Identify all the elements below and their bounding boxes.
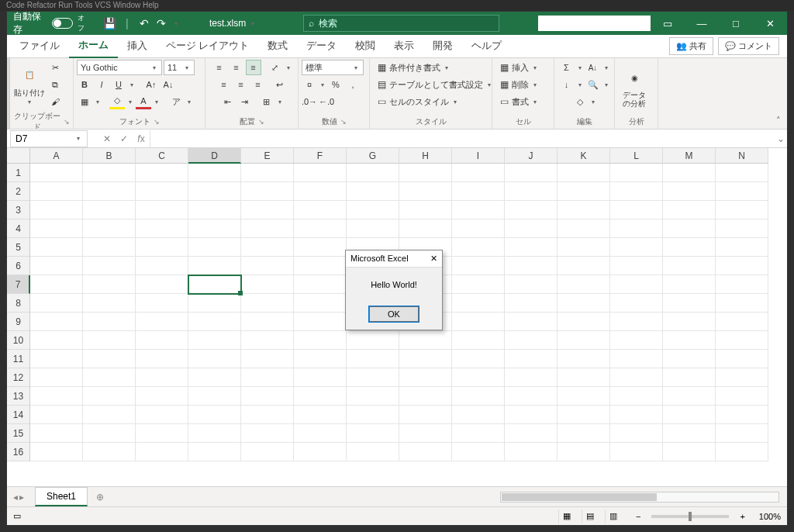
dialog-ok-button[interactable]: OK xyxy=(369,306,419,322)
cell[interactable] xyxy=(136,219,188,238)
merge-icon[interactable]: ⊞ xyxy=(259,94,274,109)
cell[interactable] xyxy=(294,257,347,275)
cell[interactable] xyxy=(505,182,558,201)
cell[interactable] xyxy=(83,219,136,238)
cell[interactable] xyxy=(30,387,83,406)
cell[interactable] xyxy=(452,350,505,368)
cell[interactable] xyxy=(30,294,83,313)
bold-button[interactable]: B xyxy=(77,77,92,92)
cell[interactable] xyxy=(241,275,294,294)
align-left-icon[interactable]: ≡ xyxy=(216,77,232,92)
cell[interactable] xyxy=(241,164,294,182)
cell[interactable] xyxy=(610,387,663,406)
tab-developer[interactable]: 開発 xyxy=(423,35,462,58)
cell[interactable] xyxy=(663,350,716,368)
dialog-launcher-icon[interactable]: ↘ xyxy=(258,118,264,126)
cell[interactable] xyxy=(294,331,347,350)
cell[interactable] xyxy=(399,201,452,219)
cell[interactable] xyxy=(294,443,347,461)
row-header[interactable]: 10 xyxy=(7,331,30,350)
cell[interactable] xyxy=(294,313,347,331)
cell[interactable] xyxy=(399,350,452,368)
cell[interactable] xyxy=(30,257,83,275)
cell[interactable] xyxy=(188,368,241,387)
page-break-view-icon[interactable]: ▥ xyxy=(605,510,622,523)
cell[interactable] xyxy=(294,387,347,406)
cell[interactable] xyxy=(610,182,663,201)
cell[interactable] xyxy=(347,368,399,387)
align-center-icon[interactable]: ≡ xyxy=(233,77,249,92)
filename-dropdown-icon[interactable]: ▾ xyxy=(249,17,257,29)
cell[interactable] xyxy=(558,350,610,368)
cell[interactable] xyxy=(505,443,558,461)
cell[interactable] xyxy=(610,368,663,387)
column-header[interactable]: B xyxy=(83,148,136,164)
font-color-icon[interactable]: A xyxy=(136,94,151,109)
cell[interactable] xyxy=(716,350,768,368)
autosum-icon[interactable]: Σ xyxy=(559,60,575,75)
cell[interactable] xyxy=(347,424,399,443)
minimize-icon[interactable]: — xyxy=(685,12,719,35)
column-header[interactable]: L xyxy=(610,148,663,164)
cell[interactable] xyxy=(294,219,347,238)
expand-formula-icon[interactable]: ⌄ xyxy=(775,133,787,144)
cell[interactable] xyxy=(294,238,347,257)
cell[interactable] xyxy=(716,294,768,313)
share-button[interactable]: 👥共有 xyxy=(669,37,713,55)
cell[interactable] xyxy=(452,368,505,387)
cell[interactable] xyxy=(188,164,241,182)
ribbon-options-icon[interactable]: ▭ xyxy=(651,12,685,35)
decrease-decimal-icon[interactable]: ←.0 xyxy=(319,94,334,109)
cell[interactable] xyxy=(30,350,83,368)
cell[interactable] xyxy=(610,257,663,275)
cell[interactable] xyxy=(663,368,716,387)
cell[interactable] xyxy=(347,164,399,182)
clear-icon[interactable]: ◇ xyxy=(572,94,588,109)
cell[interactable] xyxy=(610,164,663,182)
scrollbar-thumb[interactable] xyxy=(502,493,657,501)
dialog-launcher-icon[interactable]: ↘ xyxy=(340,118,347,126)
cell[interactable] xyxy=(558,182,610,201)
cell[interactable] xyxy=(83,257,136,275)
cell[interactable] xyxy=(347,331,399,350)
cell[interactable] xyxy=(136,182,188,201)
cell[interactable] xyxy=(716,331,768,350)
cell[interactable] xyxy=(83,182,136,201)
cell[interactable] xyxy=(347,443,399,461)
tab-insert[interactable]: 挿入 xyxy=(118,35,157,58)
cell[interactable] xyxy=(663,275,716,294)
cell[interactable] xyxy=(188,275,241,294)
column-header[interactable]: N xyxy=(716,148,768,164)
cell[interactable] xyxy=(30,219,83,238)
format-painter-icon[interactable]: 🖌 xyxy=(47,94,63,109)
cell[interactable] xyxy=(241,368,294,387)
cell[interactable] xyxy=(716,238,768,257)
cell[interactable] xyxy=(716,201,768,219)
align-top-icon[interactable]: ≡ xyxy=(212,60,227,75)
cell[interactable] xyxy=(505,201,558,219)
row-header[interactable]: 11 xyxy=(7,350,30,368)
cell[interactable] xyxy=(347,350,399,368)
cell[interactable] xyxy=(716,219,768,238)
cell[interactable] xyxy=(610,313,663,331)
cell[interactable] xyxy=(83,350,136,368)
cell[interactable] xyxy=(294,368,347,387)
normal-view-icon[interactable]: ▦ xyxy=(558,510,575,523)
cell[interactable] xyxy=(188,387,241,406)
cell[interactable] xyxy=(30,443,83,461)
dialog-close-icon[interactable]: ✕ xyxy=(430,254,437,264)
enter-formula-icon[interactable]: ✓ xyxy=(116,130,133,147)
cell[interactable] xyxy=(452,443,505,461)
increase-font-icon[interactable]: A↑ xyxy=(143,77,159,92)
column-header[interactable]: D xyxy=(188,148,241,164)
column-header[interactable]: I xyxy=(452,148,505,164)
cell[interactable] xyxy=(241,294,294,313)
cell[interactable] xyxy=(505,219,558,238)
cell[interactable] xyxy=(294,350,347,368)
row-header[interactable]: 13 xyxy=(7,387,30,406)
tab-view[interactable]: 表示 xyxy=(385,35,423,58)
cell[interactable] xyxy=(136,387,188,406)
conditional-formatting-button[interactable]: ▦条件付き書式▾ xyxy=(373,60,454,75)
cell[interactable] xyxy=(399,368,452,387)
cell[interactable] xyxy=(399,182,452,201)
